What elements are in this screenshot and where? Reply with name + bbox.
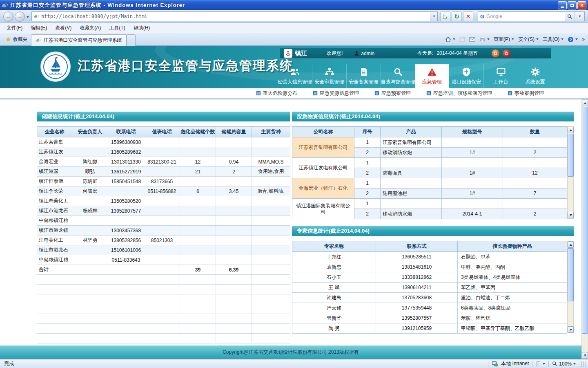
back-button[interactable]: ← [3,11,13,22]
subnav-item[interactable]: 事故案例管理 [508,90,544,97]
page-scrollbar[interactable] [581,99,588,359]
cell: 6类毒害品、8类腐蚀品 [458,303,567,313]
scroll-down-button[interactable] [568,212,574,218]
compatibility-view-button[interactable] [440,11,450,21]
supplies-panel-title: 应急物资信息统计(截止2014.04.04) [292,112,574,121]
nav-item-warning[interactable]: 应急管理 [415,64,449,88]
cell: 13906104211 [376,283,458,293]
cell [72,137,108,147]
search-box[interactable]: G Google [478,11,585,21]
forward-button[interactable]: → [15,11,25,22]
mail-button[interactable] [469,36,475,43]
cell: 13605285511 [376,252,458,262]
experts-scrollbar[interactable] [567,241,574,333]
menubar-item[interactable]: 查看(V) [51,23,76,33]
resize-grip[interactable] [581,361,586,367]
cell: 江苏镇江发 [37,147,72,157]
tools-menu-button[interactable]: 工具(O) [543,36,564,43]
menubar-item[interactable]: 编辑(E) [27,23,51,33]
favorites-button[interactable]: ★ 收藏夹 [2,34,31,45]
scroll-thumb[interactable] [582,107,588,334]
cell: 移动消防水炮 [381,209,442,219]
safety-menu-button[interactable]: 安全(S) [518,36,539,43]
help-button[interactable]: ? [568,36,578,43]
cell: 金海宏业 [37,157,72,167]
nav-item-monitor[interactable]: 工作台 [483,64,518,88]
search-button[interactable] [565,12,575,21]
expert-row: 王 斌13906104211苯乙烯、甲苯丙 [292,283,567,293]
scroll-thumb[interactable] [568,248,574,301]
refresh-button[interactable]: ↻ [452,11,462,21]
experts-table-header: 专家名称联系方式擅长救援物种产品 [292,241,567,252]
nav-item-magnifier[interactable]: 自查与督查管理 [381,64,415,88]
overflow-chevron[interactable]: » [582,36,585,42]
nav-item-orgchart[interactable]: 安全审批管理 [312,64,346,88]
screen: e 江苏省港口安全监管与应急管理系统 - Windows Internet Ex… [0,0,588,368]
cell: 39 [180,265,216,275]
nav-item-gear[interactable]: 系统设置 [518,64,552,88]
page-menu-button[interactable]: 页面(P) [494,36,514,43]
nav-item-users[interactable]: 经营人信息管理 [278,64,312,88]
menubar-item[interactable]: 收藏夹(A) [76,23,105,33]
feeds-button[interactable] [459,36,465,42]
cell: 12 [503,168,567,178]
url-text[interactable]: http://localhost:8080/yjpt/Main.html [41,13,430,19]
cell [37,324,72,334]
new-tab-stub[interactable] [127,34,136,46]
minimize-button[interactable] [558,1,567,9]
cell [252,294,290,304]
scroll-down-button[interactable] [568,326,574,333]
expert-row: 石小玉133388128623类易燃液体、4类易燃固体 [292,272,567,283]
stop-button[interactable]: ✕ [463,11,473,21]
cell [108,334,144,343]
magnifier-icon [567,14,572,19]
page-favicon: e [33,13,39,19]
scroll-up-button[interactable] [568,127,574,133]
cell [252,314,290,324]
browser-tab[interactable]: e 江苏省港口安全监管与应急管理系统 [31,34,127,46]
close-button[interactable]: × [577,1,586,9]
scroll-thumb[interactable] [568,134,574,177]
home-button[interactable] [445,36,455,43]
history-dropdown[interactable] [27,13,29,19]
window-titlebar[interactable]: e 江苏省港口安全监管与应急管理系统 - Windows Internet Ex… [0,0,588,10]
tank-row: 江苏镇江发13605289682 [37,147,290,157]
cell: 管新华 [292,313,376,323]
scroll-up-button[interactable] [582,100,588,106]
cell [180,236,216,245]
cell: 中储粮镇江粮 [37,255,72,265]
subnav-item[interactable]: 重大危险源分布 [256,90,297,97]
supplies-scrollbar[interactable] [567,126,574,219]
menubar-item[interactable]: 文件(F) [2,23,27,33]
menubar-item[interactable]: 工具(T) [105,23,129,33]
city-name[interactable]: 镇江 [295,49,307,57]
logout-icon[interactable] [503,49,510,57]
nav-item-document[interactable]: 安全备案管理 [346,64,381,88]
copyright-text: Copyright@江苏省交通规划设计院股份有限公司 2013版权所有 [223,349,359,355]
home-shortcut-icon[interactable] [492,49,499,57]
anchor-icon [284,49,292,58]
cell [503,158,567,168]
cell: 顾弘 [72,167,108,177]
nav-item-shield[interactable]: 港口设施保安 [449,64,483,88]
subnav-item[interactable]: 应急资源信息管理 [313,90,359,97]
search-input[interactable]: Google [486,13,565,19]
address-bar[interactable]: e http://localhost:8080/yjpt/Main.html [31,11,438,21]
zoom-control[interactable]: 100% [552,361,576,367]
list-icon [508,91,512,96]
subnav-item[interactable]: 应急预案管理 [374,90,411,97]
search-engine-dropdown[interactable] [575,12,584,21]
print-button[interactable] [479,36,490,43]
maximize-button[interactable] [568,1,577,9]
favorites-bar: ★ 收藏夹 e 江苏省港口安全监管与应急管理系统 [0,33,588,46]
column-header: 安全负责人 [72,127,108,137]
scroll-down-button[interactable] [582,352,588,359]
scroll-up-button[interactable] [568,241,574,248]
subnav-item[interactable]: 应急培训、演练和演习管理 [426,90,492,97]
command-bar: 页面(P) 安全(S) 工具(O) ? » [445,36,588,43]
cell [180,196,216,206]
menubar-item[interactable]: 帮助(H) [129,23,154,33]
cell: MMA,MO,S [252,157,290,167]
page-view-dropdown[interactable] [536,361,545,366]
address-dropdown[interactable] [430,12,437,21]
